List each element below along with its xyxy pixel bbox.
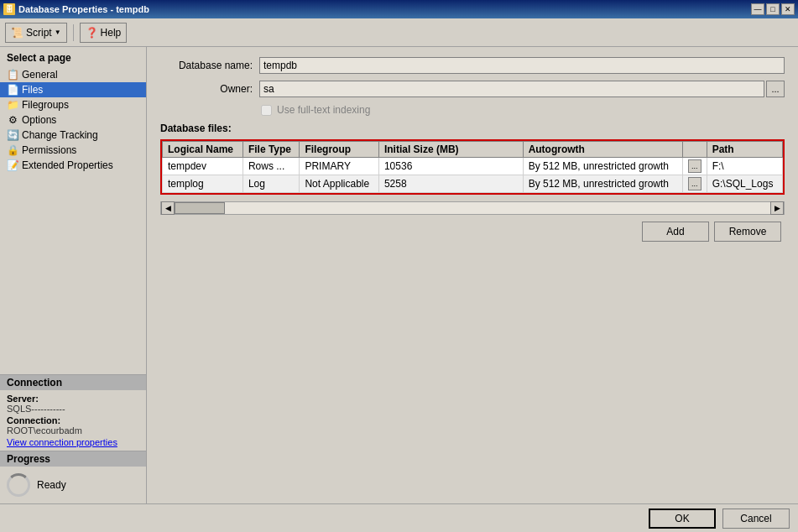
change-tracking-icon: 🔄: [7, 129, 18, 141]
initial-size-input-0[interactable]: [384, 160, 518, 172]
cell-initial-size-1[interactable]: [378, 175, 523, 193]
db-name-label: Database name:: [160, 60, 253, 71]
connection-label: Connection:: [7, 415, 139, 425]
connection-header: Connection: [0, 375, 146, 390]
col-filegroup: Filegroup: [300, 142, 379, 158]
autogrowth-btn-1[interactable]: ...: [688, 177, 702, 190]
general-icon: 📋: [7, 69, 18, 81]
progress-status: Ready: [37, 479, 66, 491]
footer: OK Cancel: [0, 503, 798, 532]
content-area: Database name: Owner: ... Use full-text …: [147, 47, 798, 503]
table-row: tempdev Rows ... PRIMARY By 512 MB, unre…: [163, 158, 783, 175]
cell-autogrowth-1: By 512 MB, unrestricted growth: [523, 175, 682, 193]
options-icon: ⚙: [7, 114, 18, 126]
close-button[interactable]: ✕: [781, 3, 795, 15]
cancel-button[interactable]: Cancel: [722, 509, 790, 529]
remove-button[interactable]: Remove: [714, 222, 781, 242]
add-button[interactable]: Add: [642, 222, 709, 242]
sidebar-item-change-tracking[interactable]: 🔄 Change Tracking: [0, 128, 146, 143]
progress-header: Progress: [0, 451, 146, 467]
horizontal-scrollbar: ◀ ▶: [160, 201, 785, 215]
file-actions: Add Remove: [160, 222, 785, 242]
window-title: Database Properties - tempdb: [18, 4, 149, 14]
toolbar: 📜 Script ▼ ❓ Help: [0, 18, 798, 47]
server-label: Server:: [7, 394, 139, 404]
connection-value: ROOT\ecourbadm: [7, 425, 139, 436]
autogrowth-btn-0[interactable]: ...: [688, 159, 702, 173]
script-icon: 📜: [11, 27, 23, 39]
script-dropdown-arrow: ▼: [55, 29, 61, 36]
cell-path-1: G:\SQL_Logs: [707, 175, 782, 193]
owner-label: Owner:: [160, 83, 253, 95]
fulltext-checkbox[interactable]: [261, 105, 272, 116]
sidebar-item-files[interactable]: 📄 Files: [0, 82, 146, 97]
cell-filegroup: PRIMARY: [300, 158, 379, 175]
sidebar-header: Select a page: [0, 47, 146, 67]
col-logical-name: Logical Name: [163, 142, 243, 158]
owner-input[interactable]: [259, 81, 764, 97]
files-table: Logical Name File Type Filegroup Initial…: [162, 141, 783, 193]
col-initial-size: Initial Size (MB): [378, 142, 523, 158]
sidebar-item-options[interactable]: ⚙ Options: [0, 112, 146, 128]
scroll-thumb[interactable]: [175, 202, 225, 214]
sidebar-item-filegroups[interactable]: 📁 Filegroups: [0, 97, 146, 112]
scroll-right-arrow[interactable]: ▶: [770, 201, 784, 215]
ok-button[interactable]: OK: [649, 509, 716, 529]
cell-file-type-1: Log: [243, 175, 300, 193]
progress-spinner: [7, 473, 30, 497]
col-autogrowth-btn: [682, 142, 707, 158]
scroll-track[interactable]: [175, 202, 770, 214]
owner-browse-button[interactable]: ...: [766, 81, 785, 97]
window-icon: 🗄: [3, 3, 15, 15]
minimize-button[interactable]: —: [751, 3, 764, 15]
maximize-button[interactable]: □: [766, 3, 780, 15]
help-icon: ❓: [86, 27, 98, 39]
permissions-icon: 🔒: [7, 144, 18, 156]
title-bar: 🗄 Database Properties - tempdb — □ ✕: [0, 0, 798, 18]
sidebar: Select a page 📋 General 📄 Files 📁 Filegr…: [0, 47, 147, 503]
connection-section: Connection Server: SQLS----------- Conne…: [0, 374, 146, 451]
cell-autogrowth-btn-1[interactable]: ...: [682, 175, 707, 193]
server-value: SQLS-----------: [7, 404, 139, 414]
sidebar-item-extended-properties[interactable]: 📝 Extended Properties: [0, 158, 146, 173]
cell-logical-name-1: templog: [163, 175, 243, 193]
fulltext-checkbox-row: Use full-text indexing: [261, 104, 785, 116]
cell-autogrowth: By 512 MB, unrestricted growth: [523, 158, 682, 175]
sidebar-item-general[interactable]: 📋 General: [0, 67, 146, 82]
cell-logical-name: tempdev: [163, 158, 243, 175]
filegroups-icon: 📁: [7, 99, 18, 111]
scroll-left-arrow[interactable]: ◀: [161, 201, 175, 215]
help-button[interactable]: ❓ Help: [80, 23, 128, 43]
sidebar-item-permissions[interactable]: 🔒 Permissions: [0, 143, 146, 158]
cell-autogrowth-btn-0[interactable]: ...: [682, 158, 707, 175]
col-file-type: File Type: [243, 142, 300, 158]
progress-section: Progress Ready: [0, 451, 146, 503]
fulltext-label: Use full-text indexing: [277, 104, 370, 116]
cell-path-0: F:\: [707, 158, 782, 175]
db-name-row: Database name:: [160, 57, 785, 74]
db-name-input[interactable]: [259, 57, 785, 74]
files-table-container: Logical Name File Type Filegroup Initial…: [160, 139, 785, 195]
files-icon: 📄: [7, 84, 18, 96]
toolbar-separator: [73, 24, 74, 41]
script-button[interactable]: 📜 Script ▼: [5, 23, 67, 43]
cell-filegroup-1: Not Applicable: [300, 175, 379, 193]
col-path: Path: [707, 142, 782, 158]
owner-input-group: ...: [259, 81, 785, 97]
files-section-label: Database files:: [160, 123, 785, 134]
cell-initial-size[interactable]: [378, 158, 523, 175]
col-autogrowth: Autogrowth: [523, 142, 682, 158]
owner-row: Owner: ...: [160, 81, 785, 97]
initial-size-input-1[interactable]: [384, 178, 518, 190]
table-row: templog Log Not Applicable By 512 MB, un…: [163, 175, 783, 193]
extended-properties-icon: 📝: [7, 159, 18, 171]
view-connection-link[interactable]: View connection properties: [7, 437, 117, 447]
cell-file-type: Rows ...: [243, 158, 300, 175]
